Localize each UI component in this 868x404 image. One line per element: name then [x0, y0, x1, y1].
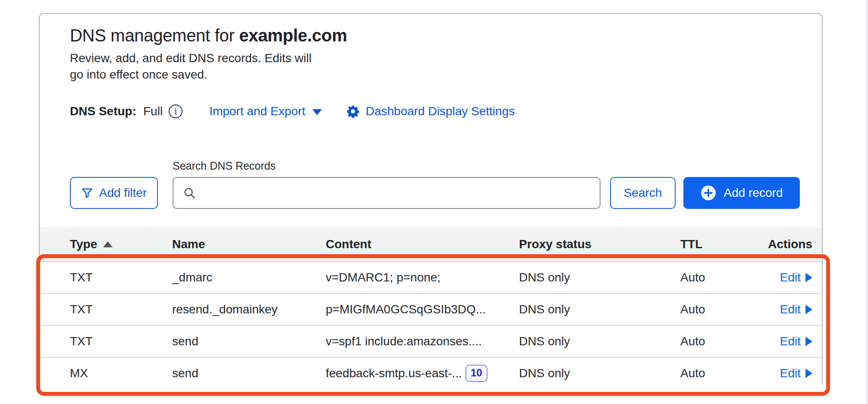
page-subtitle-line1: Review, add, and edit DNS records. Edits…: [70, 50, 311, 66]
cell-proxy-status: DNS only: [519, 271, 680, 284]
chevron-right-icon: [805, 369, 812, 378]
dns-setup-value: Full: [143, 104, 163, 118]
cell-ttl: Auto: [680, 366, 763, 380]
chevron-right-icon: [805, 337, 812, 346]
dashboard-display-settings-link[interactable]: Dashboard Display Settings: [346, 104, 515, 118]
cell-type: MX: [70, 366, 172, 380]
plus-icon: [701, 185, 716, 201]
sort-ascending-icon: [103, 241, 113, 247]
window-scrollbar-track[interactable]: [866, 0, 868, 404]
edit-record-button[interactable]: Edit: [780, 303, 812, 316]
cell-type: TXT: [70, 271, 172, 284]
column-header-actions: Actions: [763, 237, 812, 251]
cell-type: TXT: [70, 303, 172, 316]
dns-setup-row: DNS Setup: Full i Import and Export Dash…: [70, 102, 515, 121]
cell-content: feedback-smtp.us-east-... 10: [326, 365, 519, 382]
add-record-button[interactable]: Add record: [683, 177, 800, 209]
table-row-send-txt: TXT send v=spf1 include:amazonses.... DN…: [40, 325, 822, 357]
import-export-label: Import and Export: [209, 104, 305, 118]
chevron-right-icon: [805, 273, 812, 282]
chevron-down-icon: [312, 109, 322, 115]
dns-setup-label: DNS Setup:: [70, 104, 136, 118]
page-subtitle-line2: go into effect once saved.: [70, 66, 311, 83]
search-icon: [183, 186, 196, 199]
cell-type: TXT: [70, 335, 172, 348]
info-icon[interactable]: i: [169, 104, 182, 118]
cell-name: send: [172, 335, 326, 348]
cell-ttl: Auto: [680, 271, 763, 284]
add-filter-button[interactable]: Add filter: [70, 177, 158, 209]
search-dns-records-label: Search DNS Records: [173, 160, 276, 172]
edit-record-button[interactable]: Edit: [780, 271, 812, 284]
column-header-content: Content: [326, 237, 519, 251]
filter-icon: [81, 187, 93, 199]
search-box: [173, 177, 601, 209]
page-title: DNS management for example.com: [70, 25, 347, 46]
column-header-ttl: TTL: [680, 237, 763, 251]
cell-name: _dmarc: [172, 271, 326, 284]
column-header-name: Name: [172, 237, 326, 251]
chevron-right-icon: [805, 305, 812, 314]
table-header: Type Name Content Proxy status TTL Actio…: [40, 227, 822, 261]
search-input[interactable]: [203, 178, 600, 208]
cell-ttl: Auto: [680, 335, 763, 348]
edit-record-button[interactable]: Edit: [780, 335, 812, 348]
table-body: TXT _dmarc v=DMARC1; p=none; DNS only Au…: [40, 261, 822, 389]
search-button-label: Search: [624, 186, 662, 200]
add-record-label: Add record: [724, 186, 783, 200]
controls-row: Add filter Search Add record: [40, 177, 822, 209]
gear-icon: [346, 104, 360, 118]
cell-content: v=spf1 include:amazonses....: [326, 335, 519, 348]
cell-proxy-status: DNS only: [519, 366, 680, 380]
cell-proxy-status: DNS only: [519, 335, 680, 348]
cell-name: resend._domainkey: [172, 303, 326, 316]
page-title-domain: example.com: [239, 26, 347, 45]
dns-management-card: DNS management for example.com Review, a…: [39, 13, 823, 388]
cell-proxy-status: DNS only: [519, 303, 680, 316]
edit-record-button[interactable]: Edit: [780, 366, 812, 380]
mx-priority-badge: 10: [465, 365, 487, 382]
page-title-prefix: DNS management for: [70, 26, 239, 45]
column-header-type[interactable]: Type: [70, 237, 172, 251]
cell-content: p=MIGfMA0GCSqGSIb3DQ...: [326, 303, 519, 316]
dashboard-display-settings-label: Dashboard Display Settings: [366, 104, 515, 118]
page-subtitle: Review, add, and edit DNS records. Edits…: [70, 50, 311, 83]
search-button[interactable]: Search: [610, 177, 676, 209]
table-row-dmarc: TXT _dmarc v=DMARC1; p=none; DNS only Au…: [40, 261, 822, 293]
cell-content: v=DMARC1; p=none;: [326, 271, 519, 284]
cell-name: send: [172, 366, 326, 380]
column-header-proxy-status: Proxy status: [519, 237, 680, 251]
table-row-domainkey: TXT resend._domainkey p=MIGfMA0GCSqGSIb3…: [40, 293, 822, 325]
add-filter-label: Add filter: [99, 186, 147, 200]
import-export-menu[interactable]: Import and Export: [209, 104, 322, 118]
table-row-send-mx: MX send feedback-smtp.us-east-... 10 DNS…: [40, 357, 822, 389]
cell-ttl: Auto: [680, 303, 763, 316]
